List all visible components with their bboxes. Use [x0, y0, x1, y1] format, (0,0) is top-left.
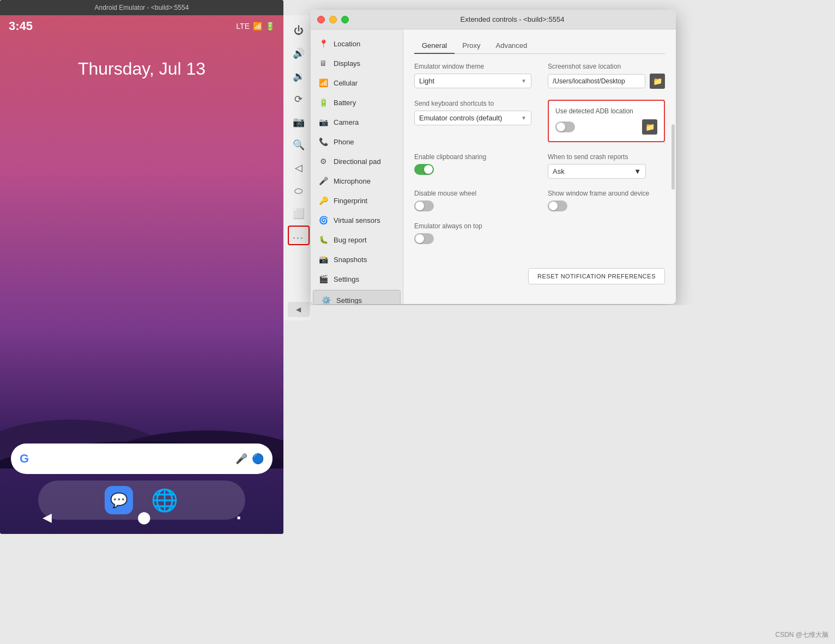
nav-displays-label: Displays [334, 59, 360, 68]
always-on-top-toggle[interactable] [414, 233, 434, 244]
tab-proxy-label: Proxy [462, 41, 480, 50]
theme-select-arrow: ▼ [521, 78, 527, 84]
more-button[interactable]: ... [288, 226, 310, 245]
battery-nav-icon: 🔋 [318, 98, 328, 107]
collapse-sidebar-button[interactable]: ◀ [288, 302, 310, 317]
power-button[interactable]: ⏻ [288, 20, 310, 41]
crash-label: When to send crash reports [548, 153, 665, 161]
nav-bug-report-label: Bug report [334, 236, 367, 244]
android-nav-bar: ◀ ⬤ ▪ [0, 501, 283, 534]
snapshots-icon: 📸 [318, 254, 328, 264]
keyboard-label: Send keyboard shortcuts to [414, 100, 531, 107]
volume-up-button[interactable]: 🔊 [288, 42, 310, 64]
android-status-bar: 3:45 LTE 📶 🔋 [0, 15, 283, 37]
displays-icon: 🖥 [318, 58, 328, 68]
reset-notification-button[interactable]: RESET NOTIFICATION PREFERENCES [528, 268, 665, 284]
nav-camera[interactable]: 📷 Camera [311, 112, 403, 132]
nav-cellular[interactable]: 📶 Cellular [311, 73, 403, 93]
screenshot-field: Screenshot save location /Users/localhos… [548, 63, 665, 89]
signal-icon: 📶 [253, 22, 262, 31]
always-on-top-field: Emulator always on top [414, 222, 531, 244]
nav-snapshots-label: Snapshots [334, 256, 367, 264]
crash-select-arrow: ▼ [634, 167, 641, 175]
keyboard-select-arrow: ▼ [521, 115, 527, 121]
clipboard-toggle[interactable] [414, 164, 434, 175]
theme-value: Light [419, 77, 434, 85]
nav-battery[interactable]: 🔋 Battery [311, 93, 403, 112]
zoom-button[interactable]: 🔍 [288, 134, 310, 156]
nav-phone[interactable]: 📞 Phone [311, 132, 403, 151]
battery-icon: 🔋 [265, 22, 275, 31]
volume-down-button[interactable]: 🔉 [288, 65, 310, 87]
nav-virtual-sensors-label: Virtual sensors [334, 216, 380, 224]
collapse-icon: ◀ [296, 306, 301, 313]
bug-icon: 🐛 [318, 235, 328, 245]
nav-displays[interactable]: 🖥 Displays [311, 53, 403, 73]
google-search-bar[interactable]: G 🎤 🔵 [11, 443, 273, 474]
theme-select[interactable]: Light ▼ [414, 74, 531, 88]
adb-toggle[interactable] [555, 121, 575, 132]
clipboard-field: Enable clipboard sharing [414, 153, 531, 179]
google-lens-icon: 🔵 [252, 453, 264, 465]
close-button[interactable] [317, 16, 325, 23]
keyboard-control: Emulator controls (default) ▼ [414, 111, 531, 125]
dpad-icon: ⚙ [318, 156, 328, 166]
nav-settings[interactable]: ⚙️ Settings [313, 290, 401, 304]
adb-toggle-thumb [556, 123, 565, 131]
overview-button[interactable]: ⬜ [288, 203, 310, 224]
mouse-wheel-toggle[interactable] [414, 201, 434, 211]
tab-general[interactable]: General [414, 38, 455, 54]
android-time: 3:45 [9, 19, 33, 33]
nav-bug-report[interactable]: 🐛 Bug report [311, 230, 403, 250]
nav-record-playback[interactable]: 🎬 Settings [311, 269, 403, 289]
nav-snapshots[interactable]: 📸 Snapshots [311, 250, 403, 269]
android-window-title: Android Emulator - <build>:5554 [5, 4, 278, 11]
empty-cell [548, 222, 665, 244]
android-screen: 3:45 LTE 📶 🔋 Thursday, Jul 13 G [0, 15, 283, 534]
window-frame-toggle[interactable] [548, 201, 567, 211]
settings-tabs: General Proxy Advanced [414, 38, 665, 54]
theme-field: Emulator window theme Light ▼ [414, 63, 531, 89]
location-icon: 📍 [318, 39, 328, 48]
mouse-wheel-thumb [415, 202, 424, 210]
tab-advanced-label: Advanced [495, 41, 527, 50]
mouse-wheel-field: Disable mouse wheel [414, 190, 531, 211]
screenshot-folder-btn[interactable]: 📁 [650, 74, 665, 89]
android-emulator-window: Android Emulator - <build>:5554 3:45 LTE… [0, 0, 283, 534]
nav-directional-pad[interactable]: ⚙ Directional pad [311, 151, 403, 171]
adb-folder-btn[interactable]: 📁 [642, 119, 657, 135]
always-on-top-thumb [415, 234, 424, 243]
tab-proxy[interactable]: Proxy [455, 38, 488, 54]
maximize-button[interactable] [341, 16, 349, 23]
ext-controls-body: 📍 Location 🖥 Displays 📶 Cellular 🔋 Batte… [311, 29, 676, 304]
crash-select[interactable]: Ask ▼ [548, 164, 646, 179]
scrollbar[interactable] [671, 124, 675, 190]
tab-advanced[interactable]: Advanced [488, 38, 535, 54]
crash-value: Ask [553, 167, 565, 175]
ext-controls-title: Extended controls - <build>:5554 [355, 15, 669, 23]
home-nav-button[interactable]: ⬭ [288, 180, 310, 202]
nav-microphone[interactable]: 🎤 Microphone [311, 171, 403, 191]
rotate-button[interactable]: ⟳ [288, 88, 310, 110]
crash-field: When to send crash reports Ask ▼ [548, 153, 665, 179]
minimize-button[interactable] [329, 16, 337, 23]
virtual-sensors-icon: 🌀 [318, 215, 328, 225]
android-titlebar: Android Emulator - <build>:5554 [0, 0, 283, 15]
back-button[interactable]: ◀ [43, 511, 52, 525]
screenshot-sidebar-button[interactable]: 📷 [288, 111, 310, 133]
home-button[interactable]: ⬤ [137, 511, 151, 525]
mouse-wheel-label: Disable mouse wheel [414, 190, 531, 197]
adb-section: Use detected ADB location 📁 [548, 100, 665, 142]
keyboard-select[interactable]: Emulator controls (default) ▼ [414, 111, 531, 125]
nav-cellular-label: Cellular [334, 79, 358, 87]
nav-location[interactable]: 📍 Location [311, 34, 403, 53]
cellular-icon: 📶 [318, 78, 328, 88]
tab-general-label: General [422, 41, 447, 50]
back-nav-button[interactable]: ◁ [288, 157, 310, 179]
nav-virtual-sensors[interactable]: 🌀 Virtual sensors [311, 210, 403, 230]
nav-fingerprint[interactable]: 🔑 Fingerprint [311, 191, 403, 210]
recents-button[interactable]: ▪ [237, 512, 240, 524]
settings-content: Emulator window theme Light ▼ Screenshot… [414, 63, 665, 244]
traffic-lights [317, 16, 349, 23]
google-logo: G [20, 452, 29, 466]
